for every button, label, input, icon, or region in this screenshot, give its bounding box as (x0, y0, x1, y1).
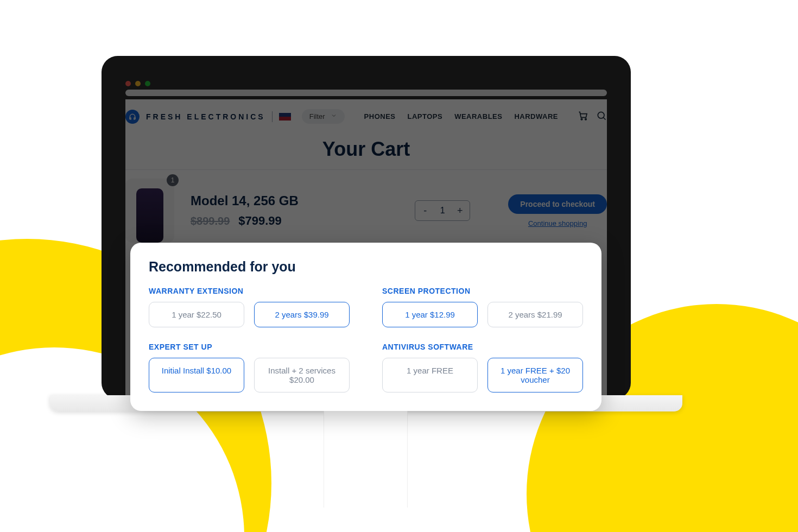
modal-title: Recommended for you (149, 259, 583, 275)
rec-group-label: EXPERT SET UP (149, 343, 350, 351)
rec-option[interactable]: 2 years $39.99 (254, 302, 350, 327)
rec-option[interactable]: 1 year $12.99 (382, 302, 478, 327)
rec-option[interactable]: Install + 2 services $20.00 (254, 358, 350, 392)
rec-option[interactable]: 2 years $21.99 (487, 302, 583, 327)
rec-group-label: SCREEN PROTECTION (382, 287, 583, 295)
rec-group-label: ANTIVIRUS SOFTWARE (382, 343, 583, 351)
laptop-stand (324, 410, 408, 508)
recommendations-modal: Recommended for you WARRANTY EXTENSION1 … (130, 243, 601, 411)
rec-option[interactable]: 1 year FREE (382, 358, 478, 392)
recommendations-grid: WARRANTY EXTENSION1 year $22.502 years $… (149, 287, 583, 392)
rec-options: 1 year FREE1 year FREE + $20 voucher (382, 358, 583, 392)
rec-group: EXPERT SET UPInitial Install $10.00Insta… (149, 343, 350, 392)
rec-options: 1 year $22.502 years $39.99 (149, 302, 350, 327)
rec-group: SCREEN PROTECTION1 year $12.992 years $2… (382, 287, 583, 327)
rec-group-label: WARRANTY EXTENSION (149, 287, 350, 295)
rec-group: ANTIVIRUS SOFTWARE1 year FREE1 year FREE… (382, 343, 583, 392)
rec-options: Initial Install $10.00Install + 2 servic… (149, 358, 350, 392)
rec-option[interactable]: 1 year $22.50 (149, 302, 244, 327)
rec-option[interactable]: Initial Install $10.00 (149, 358, 244, 392)
rec-group: WARRANTY EXTENSION1 year $22.502 years $… (149, 287, 350, 327)
rec-options: 1 year $12.992 years $21.99 (382, 302, 583, 327)
rec-option[interactable]: 1 year FREE + $20 voucher (487, 358, 583, 392)
